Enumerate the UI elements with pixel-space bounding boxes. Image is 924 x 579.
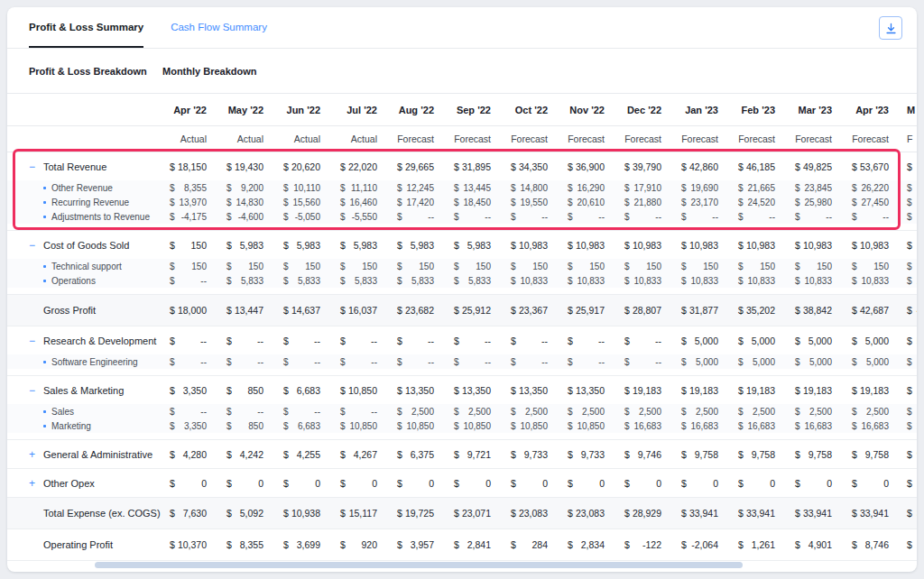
- value-cell: $--: [559, 335, 615, 346]
- horizontal-scrollbar[interactable]: [95, 562, 743, 568]
- currency-symbol: $: [454, 449, 459, 460]
- value-cell: $2,500: [559, 407, 615, 417]
- currency-symbol: $: [170, 539, 175, 550]
- currency-symbol: $: [283, 357, 289, 367]
- cell-value: 53,670: [860, 161, 889, 172]
- value-cell: $5,000: [672, 357, 729, 367]
- cell-value: --: [200, 357, 207, 367]
- currency-symbol: $: [681, 357, 687, 367]
- cell-value: 10,833: [747, 276, 775, 286]
- row-label: Total Revenue: [43, 161, 106, 172]
- value-cell: $23,083: [559, 508, 615, 519]
- currency-symbol: $: [226, 449, 232, 460]
- currency-symbol: $: [397, 240, 402, 251]
- month-header-cell: Feb '23: [729, 105, 786, 115]
- cell-value: 0: [429, 478, 434, 489]
- value-cell: $2,500: [502, 407, 559, 417]
- expand-toggle-icon[interactable]: +: [27, 478, 37, 489]
- row-label: General & Administrative: [43, 449, 152, 460]
- cell-value: 150: [362, 262, 377, 271]
- currency-symbol: $: [795, 478, 800, 489]
- cell-value: 4,255: [297, 449, 320, 460]
- cell-value: 46,185: [746, 161, 775, 172]
- cell-value: --: [428, 335, 434, 346]
- collapse-toggle-icon[interactable]: −: [27, 335, 37, 346]
- currency-symbol: $: [511, 276, 516, 286]
- tab-cash-flow-summary[interactable]: Cash Flow Summary: [171, 7, 267, 48]
- cell-value: 28,929: [633, 508, 661, 519]
- bullet-icon: [43, 201, 46, 204]
- currency-symbol: $: [283, 421, 289, 431]
- currency-symbol: $: [511, 183, 516, 193]
- currency-symbol: $: [568, 305, 573, 316]
- value-cell: $1: [900, 276, 917, 286]
- currency-symbol: $: [624, 240, 630, 251]
- table-row: −Sales & Marketing$3,350$850$6,683$10,85…: [7, 376, 917, 404]
- value-cell: $--: [331, 407, 388, 417]
- currency-symbol: $: [568, 421, 573, 431]
- currency-symbol: $: [738, 385, 744, 396]
- value-cell: $--: [217, 335, 274, 346]
- value-cell: $4,267: [331, 449, 388, 460]
- cell-value: 18,000: [178, 305, 207, 316]
- value-cell: $5,833: [445, 276, 502, 286]
- value-cell: $4: [900, 305, 917, 316]
- value-cell: $1: [900, 240, 917, 251]
- value-cell: $4,901: [786, 539, 843, 550]
- currency-symbol: $: [568, 161, 573, 172]
- value-cell: $6,375: [388, 449, 445, 460]
- table-row: Sales$--$--$--$--$2,500$2,500$2,500$2,50…: [7, 404, 917, 418]
- currency-symbol: $: [568, 357, 573, 367]
- cell-value: --: [314, 407, 320, 417]
- collapse-toggle-icon[interactable]: −: [27, 240, 37, 251]
- value-cell: $10,850: [331, 421, 388, 431]
- currency-symbol: $: [624, 421, 630, 431]
- table-section: +General & Administrative$4,280$4,242$4,…: [7, 440, 917, 469]
- currency-symbol: $: [340, 407, 346, 417]
- value-cell: $14,637: [274, 305, 331, 316]
- collapse-toggle-icon[interactable]: −: [27, 161, 37, 172]
- currency-symbol: $: [283, 478, 289, 489]
- value-cell: $5,833: [388, 276, 445, 286]
- currency-symbol: $: [852, 539, 857, 550]
- bullet-icon: [43, 265, 46, 268]
- download-button[interactable]: [879, 16, 902, 40]
- value-cell: $--: [502, 357, 559, 367]
- currency-symbol: $: [170, 449, 175, 460]
- row-label-cell: Marketing: [7, 421, 161, 431]
- cell-value: -2,064: [691, 539, 718, 550]
- cell-value: 33,941: [860, 508, 889, 519]
- value-cell: $--: [729, 212, 786, 222]
- collapse-toggle-icon[interactable]: −: [27, 385, 37, 396]
- row-label-cell: Software Engineering: [7, 357, 161, 367]
- row-label: Operations: [51, 276, 96, 286]
- currency-symbol: $: [170, 478, 175, 489]
- value-cell: $--: [445, 212, 502, 222]
- cell-value: 0: [315, 478, 320, 489]
- cell-value: 10,833: [804, 276, 832, 286]
- expand-toggle-icon[interactable]: +: [27, 449, 37, 460]
- value-cell: $0: [217, 478, 274, 489]
- cell-value: 13,350: [462, 385, 491, 396]
- value-cell: $10,833: [502, 276, 559, 286]
- cell-value: 23,367: [519, 305, 548, 316]
- cell-value: 42,687: [860, 305, 889, 316]
- value-cell: $150: [786, 262, 843, 271]
- currency-symbol: $: [511, 357, 516, 367]
- currency-symbol: $: [226, 183, 232, 193]
- table-row: Technical support$150$150$150$150$150$15…: [7, 259, 917, 273]
- row-label: Sales: [51, 407, 74, 417]
- tab-profit-loss-summary[interactable]: Profit & Loss Summary: [29, 7, 143, 48]
- currency-symbol: $: [907, 478, 912, 489]
- cell-value: 5,000: [809, 357, 832, 367]
- currency-symbol: $: [511, 198, 516, 207]
- cell-value: 2,500: [753, 407, 775, 417]
- cell-value: 13,350: [519, 385, 548, 396]
- value-cell: $10,983: [843, 240, 900, 251]
- cell-value: --: [826, 212, 832, 222]
- cell-value: 19,183: [746, 385, 775, 396]
- currency-symbol: $: [283, 508, 289, 519]
- currency-symbol: $: [852, 335, 857, 346]
- cell-value: 6,683: [298, 421, 320, 431]
- currency-symbol: $: [170, 198, 175, 207]
